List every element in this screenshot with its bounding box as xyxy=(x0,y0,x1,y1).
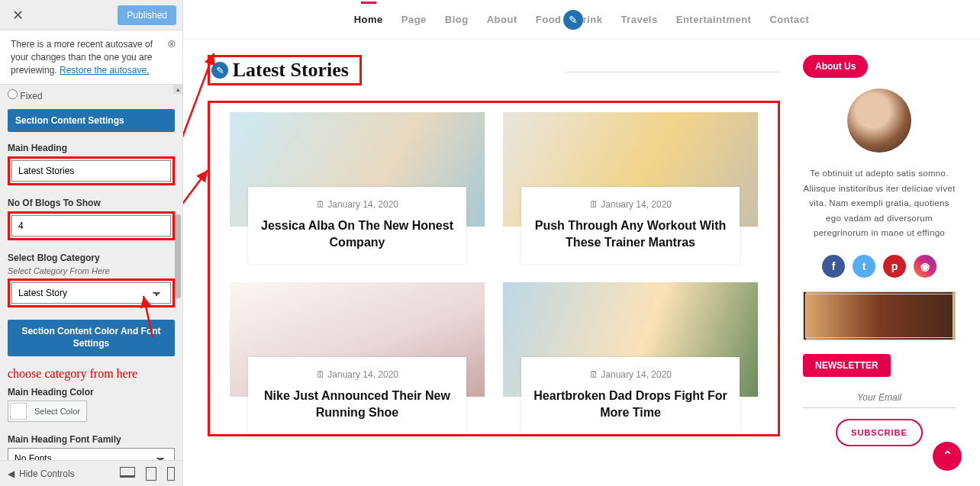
main-heading-input[interactable] xyxy=(11,160,171,182)
main-heading-label: Main Heading xyxy=(8,143,175,153)
promo-banner[interactable] xyxy=(803,291,956,340)
chevron-up-icon: ⌃ xyxy=(942,448,953,465)
select-color-label: Select Color xyxy=(30,407,85,416)
restore-autosave-link[interactable]: Restore the autosave. xyxy=(60,65,149,76)
autosave-notice: There is a more recent autosave of your … xyxy=(0,31,182,85)
fixed-label: Fixed xyxy=(20,91,42,101)
scroll-thumb[interactable] xyxy=(175,214,181,298)
section-content-settings-accordion[interactable]: Section Content Settings xyxy=(8,109,175,132)
main-heading-color-label: Main Heading Color xyxy=(8,387,175,397)
no-blogs-label: No Of Blogs To Show xyxy=(8,198,175,208)
font-family-label: Main Heading Font Family xyxy=(8,434,175,445)
nav-item-blog[interactable]: Blog xyxy=(445,14,469,25)
published-button[interactable]: Published xyxy=(118,5,176,25)
edit-shortcut-icon[interactable]: ✎ xyxy=(563,10,583,30)
mobile-preview-icon[interactable] xyxy=(167,467,175,481)
hide-controls-button[interactable]: ◀ Hide Controls xyxy=(8,468,120,479)
story-card[interactable]: 🗓 January 14, 2020Jessica Alba On The Ne… xyxy=(230,112,485,264)
no-blogs-input[interactable] xyxy=(11,215,171,237)
section-heading-highlight: ✎ Latest Stories xyxy=(208,55,362,85)
color-swatch xyxy=(10,403,27,420)
color-picker-button[interactable]: Select Color xyxy=(8,401,87,422)
nav-item-page[interactable]: Page xyxy=(401,14,427,25)
font-family-select[interactable]: No Fonts xyxy=(8,448,175,460)
story-date: 🗓 January 14, 2020 xyxy=(530,199,730,210)
section-color-font-accordion[interactable]: Section Content Color And Font Settings xyxy=(8,320,175,356)
tablet-preview-icon[interactable] xyxy=(146,467,156,481)
scroll-up-icon[interactable]: ▴ xyxy=(173,85,182,94)
story-title: Heartbroken Dad Drops Fight For More Tim… xyxy=(530,388,730,420)
story-card[interactable]: 🗓 January 14, 2020Nike Just Announced Th… xyxy=(230,282,485,434)
section-heading: Latest Stories xyxy=(233,59,349,81)
scroll-to-top-button[interactable]: ⌃ xyxy=(933,442,962,471)
nav-item-home[interactable]: Home xyxy=(354,14,383,25)
edit-shortcut-icon[interactable]: ✎ xyxy=(211,62,228,79)
story-date: 🗓 January 14, 2020 xyxy=(257,369,457,380)
select-category-label: Select Blog Category xyxy=(8,253,175,263)
stories-grid-highlight: 🗓 January 14, 2020Jessica Alba On The Ne… xyxy=(208,101,780,436)
story-date: 🗓 January 14, 2020 xyxy=(257,199,457,210)
subscribe-button[interactable]: SUBSCRIBE xyxy=(836,419,923,446)
about-us-pill: About Us xyxy=(803,55,868,78)
nav-item-about[interactable]: About xyxy=(487,14,517,25)
author-avatar xyxy=(847,89,911,153)
story-title: Jessica Alba On The New Honest Company xyxy=(257,217,457,250)
hide-controls-label: Hide Controls xyxy=(19,468,75,479)
select-category-hint: Select Category From Here xyxy=(8,266,175,275)
dismiss-notice-icon[interactable]: ⊗ xyxy=(167,37,176,52)
story-title: Push Through Any Workout With These Trai… xyxy=(530,217,730,250)
story-title: Nike Just Announced Their New Running Sh… xyxy=(257,388,457,420)
fixed-radio-row[interactable]: Fixed xyxy=(8,89,175,101)
category-select[interactable]: Latest Story xyxy=(11,282,171,304)
desktop-preview-icon[interactable] xyxy=(120,467,135,478)
chevron-left-icon: ◀ xyxy=(8,468,15,479)
twitter-icon[interactable]: t xyxy=(853,255,875,278)
story-card[interactable]: 🗓 January 14, 2020Push Through Any Worko… xyxy=(503,112,758,264)
heading-divider xyxy=(566,72,780,72)
pinterest-icon[interactable]: p xyxy=(883,255,906,278)
story-card[interactable]: 🗓 January 14, 2020Heartbroken Dad Drops … xyxy=(503,282,758,434)
site-nav: HomePageBlogAboutFood & DrinkTravelsEnte… xyxy=(183,0,980,40)
fixed-radio[interactable] xyxy=(8,89,18,99)
newsletter-email-input[interactable] xyxy=(803,388,956,408)
newsletter-pill: NEWSLETTER xyxy=(803,354,891,377)
sidebar-scrollbar[interactable]: ▴ xyxy=(173,85,182,460)
facebook-icon[interactable]: f xyxy=(822,255,845,278)
about-text: Te obtinuit ut adepto satis somno. Aliis… xyxy=(803,166,956,241)
close-customizer-icon[interactable]: ✕ xyxy=(6,4,30,27)
annotation-choose-category: choose category from here xyxy=(8,367,175,381)
story-date: 🗓 January 14, 2020 xyxy=(530,369,730,380)
nav-item-travels[interactable]: Travels xyxy=(621,14,657,25)
instagram-icon[interactable]: ◉ xyxy=(914,255,936,278)
nav-item-contact[interactable]: Contact xyxy=(769,14,809,25)
nav-item-entertaintment[interactable]: Entertaintment xyxy=(676,14,752,25)
